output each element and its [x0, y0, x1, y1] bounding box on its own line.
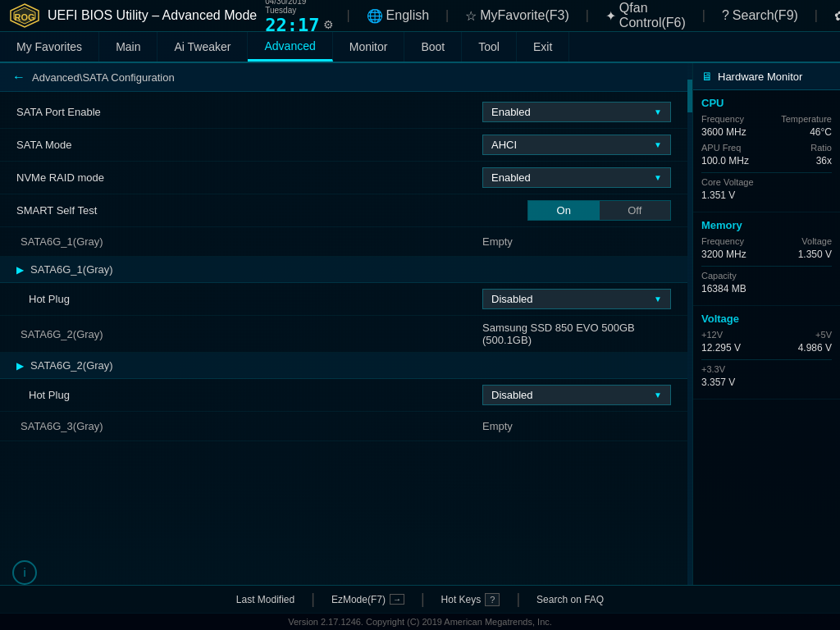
toggle-off-button[interactable]: Off: [600, 201, 671, 220]
ratio-value: 36x: [816, 155, 832, 167]
info-button[interactable]: i: [12, 560, 37, 585]
search-faq-button[interactable]: Search on FAQ: [536, 594, 604, 605]
sata6g3-value: Empty: [482, 420, 671, 432]
sata6g3-info-row: SATA6G_3(Gray) Empty: [0, 412, 687, 441]
aura-button[interactable]: ✿ AURA ON/OFF(F4): [830, 0, 840, 32]
qfan-control-button[interactable]: ✦ Qfan Control(F6): [601, 0, 690, 32]
version-bar: Version 2.17.1246. Copyright (C) 2019 Am…: [0, 613, 840, 630]
toggle-on-button[interactable]: On: [528, 201, 600, 220]
sata6g2-section[interactable]: ▶ SATA6G_2(Gray): [0, 353, 687, 379]
sata6g3-label: SATA6G_3(Gray): [16, 420, 482, 432]
monitor-icon: 🖥: [701, 70, 713, 83]
hardware-monitor-header: 🖥 Hardware Monitor: [693, 63, 840, 90]
v12-value: 12.295 V: [701, 342, 741, 354]
logo-area: ROG UEFI BIOS Utility – Advanced Mode: [8, 2, 257, 30]
ez-mode-button[interactable]: EzMode(F7) →: [331, 594, 404, 605]
core-voltage-value: 1.351 V: [701, 189, 735, 201]
sata6g1-value: Empty: [482, 235, 671, 248]
hardware-monitor-title: Hardware Monitor: [718, 71, 802, 83]
sata-mode-label: SATA Mode: [16, 139, 482, 151]
sata6g1-section-label: SATA6G_1(Gray): [30, 263, 113, 276]
sata6g2-section-label: SATA6G_2(Gray): [30, 359, 113, 372]
arrow-right-icon: →: [390, 594, 404, 605]
datetime: 04/30/2019 Tuesday 22:17 ⚙: [265, 0, 334, 35]
sata-port-enable-label: SATA Port Enable: [16, 106, 482, 118]
footer: Last Modified | EzMode(F7) → | Hot Keys …: [0, 585, 840, 613]
sata6g1-section[interactable]: ▶ SATA6G_1(Gray): [0, 257, 687, 283]
hot-plug-1-label: Hot Plug: [29, 293, 482, 305]
nav-item-tool[interactable]: Tool: [462, 32, 517, 62]
search-button[interactable]: ? Search(F9): [718, 7, 802, 25]
apu-freq-value: 100.0 MHz: [701, 155, 749, 167]
sata6g2-info-row: SATA6G_2(Gray) Samsung SSD 850 EVO 500GB…: [0, 316, 687, 353]
app-title: UEFI BIOS Utility – Advanced Mode: [48, 8, 257, 23]
hot-plug-2-label: Hot Plug: [29, 389, 482, 401]
settings-gear-icon[interactable]: ⚙: [323, 18, 334, 31]
v5-value: 4.986 V: [798, 342, 832, 354]
hot-keys-button[interactable]: Hot Keys ?: [441, 593, 500, 606]
hot-plug-2-dropdown[interactable]: Disabled ▼: [482, 385, 671, 405]
hot-plug-2-row[interactable]: Hot Plug Disabled ▼: [0, 379, 687, 412]
sata-port-enable-dropdown[interactable]: Enabled ▼: [482, 102, 671, 122]
last-modified-button[interactable]: Last Modified: [236, 594, 294, 605]
sata-port-enable-row[interactable]: SATA Port Enable Enabled ▼: [0, 96, 687, 129]
nav-item-monitor[interactable]: Monitor: [333, 32, 405, 62]
scrollbar[interactable]: [687, 63, 692, 585]
voltage-section: Voltage +12V +5V 12.295 V 4.986 V +3.3V …: [693, 306, 840, 399]
nvme-raid-row[interactable]: NVMe RAID mode Enabled ▼: [0, 162, 687, 194]
my-favorite-button[interactable]: ☆ MyFavorite(F3): [461, 7, 573, 25]
star-icon: ☆: [465, 8, 477, 24]
cpu-section-title: CPU: [701, 97, 832, 109]
memory-section: Memory Frequency Voltage 3200 MHz 1.350 …: [693, 212, 840, 306]
sata-mode-dropdown[interactable]: AHCI ▼: [482, 135, 671, 155]
nav-item-boot[interactable]: Boot: [404, 32, 462, 62]
core-voltage-label: Core Voltage: [701, 177, 754, 187]
svg-text:ROG: ROG: [14, 12, 34, 22]
smart-self-test-label: SMART Self Test: [16, 204, 527, 217]
sata6g2-value: Samsung SSD 850 EVO 500GB (500.1GB): [482, 322, 671, 346]
apu-freq-label: APU Freq: [701, 143, 741, 153]
scrollbar-thumb[interactable]: [687, 80, 692, 112]
sata-mode-row[interactable]: SATA Mode AHCI ▼: [0, 129, 687, 162]
mem-volt-label: Voltage: [801, 236, 832, 246]
smart-self-test-row[interactable]: SMART Self Test On Off: [0, 194, 687, 227]
nav-item-exit[interactable]: Exit: [517, 32, 569, 62]
nav-item-main[interactable]: Main: [99, 32, 158, 62]
settings-area: SATA Port Enable Enabled ▼ SATA Mode AHC…: [0, 92, 687, 585]
chevron-down-icon: ▼: [654, 107, 662, 116]
cpu-freq-label: Frequency: [701, 114, 744, 124]
v33-value: 3.357 V: [701, 377, 735, 388]
chevron-down-icon: ▼: [654, 294, 662, 304]
search-icon: ?: [722, 8, 729, 23]
chevron-down-icon: ▼: [654, 140, 662, 149]
sata6g1-label: SATA6G_1(Gray): [16, 235, 482, 248]
nav-item-favorites[interactable]: My Favorites: [0, 32, 99, 62]
chevron-down-icon: ▼: [654, 390, 662, 399]
language-button[interactable]: 🌐 English: [363, 7, 433, 25]
v12-label: +12V: [701, 330, 723, 340]
mem-capacity-value: 16384 MB: [701, 283, 746, 294]
nav-item-advanced[interactable]: Advanced: [248, 32, 332, 62]
hot-plug-1-dropdown[interactable]: Disabled ▼: [482, 289, 671, 309]
nvme-raid-label: NVMe RAID mode: [16, 171, 482, 184]
nvme-raid-dropdown[interactable]: Enabled ▼: [482, 167, 671, 188]
breadcrumb: ← Advanced\SATA Configuration: [0, 63, 687, 92]
memory-section-title: Memory: [701, 219, 832, 231]
globe-icon: 🌐: [367, 8, 383, 24]
hot-plug-1-row[interactable]: Hot Plug Disabled ▼: [0, 283, 687, 316]
v5-label: +5V: [815, 330, 832, 340]
sata6g2-label: SATA6G_2(Gray): [16, 328, 482, 340]
back-arrow-icon[interactable]: ←: [12, 70, 25, 84]
cpu-freq-value: 3600 MHz: [701, 126, 746, 138]
smart-self-test-toggle[interactable]: On Off: [527, 200, 671, 221]
expand-icon: ▶: [16, 360, 24, 372]
chevron-down-icon: ▼: [654, 173, 662, 182]
nav-item-ai-tweaker[interactable]: Ai Tweaker: [158, 32, 248, 62]
nav-bar: My Favorites Main Ai Tweaker Advanced Mo…: [0, 32, 840, 63]
header-info: 04/30/2019 Tuesday 22:17 ⚙ | 🌐 English |…: [265, 0, 840, 35]
mem-capacity-label: Capacity: [701, 271, 737, 281]
ratio-label: Ratio: [810, 143, 832, 153]
voltage-section-title: Voltage: [701, 313, 832, 325]
date-display: 04/30/2019 Tuesday: [265, 0, 334, 15]
mem-freq-label: Frequency: [701, 236, 744, 246]
